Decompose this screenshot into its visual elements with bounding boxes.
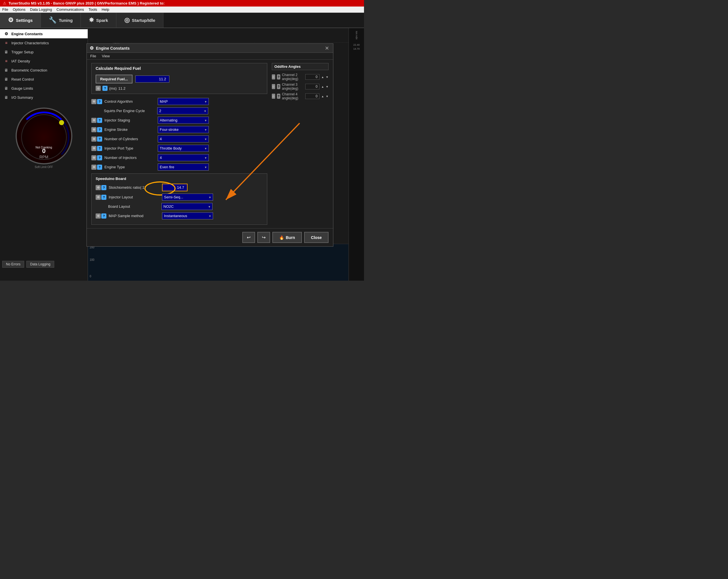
tab-tuning[interactable]: 🔧 Tuning [41,13,81,27]
sidebar-item-engine-constants[interactable]: ⚙ Engine Constants [0,29,88,38]
squirts-select-wrapper: 2 [157,107,208,115]
redo-button[interactable]: ↪ [257,232,270,243]
dialog-menu-view[interactable]: View [102,54,110,58]
engine-stroke-label: Engine Stroke [104,127,155,132]
menu-communications[interactable]: Communications [56,7,84,11]
ch2-settings-icon[interactable]: ⚙ [272,74,275,79]
speeduino-header: Speeduino Board [96,177,263,181]
stoich-help-icon[interactable]: ? [101,185,106,190]
sidebar-item-injector-char[interactable]: ≡ Injector Characteristics [0,38,88,47]
cylinders-help-icon[interactable]: ? [97,136,102,142]
ms-help-icon[interactable]: ? [102,86,107,91]
rpm-gauge: Not Cranking 0 RPM [16,107,72,164]
sidebar-item-trigger-setup[interactable]: 🖥 Trigger Setup [0,47,88,56]
num-injectors-select[interactable]: 4 [158,154,209,161]
port-type-settings-icon[interactable]: ⚙ [92,146,97,151]
port-type-help-icon[interactable]: ? [97,146,102,151]
cylinders-settings-icon[interactable]: ⚙ [92,136,97,142]
stroke-help-icon[interactable]: ? [97,127,102,132]
sidebar-item-gauge-limits[interactable]: 🖥 Gauge Limits [0,84,88,93]
ch4-spinner-down[interactable]: ▼ [326,95,329,98]
required-fuel-button[interactable]: Required Fuel... [96,75,132,83]
data-logging-button[interactable]: Data Logging [26,261,54,268]
staging-help-icon[interactable]: ? [97,118,102,123]
map-sample-select[interactable]: Instantaneous [162,212,213,219]
io-summary-icon: 🖥 [3,95,9,100]
engine-type-settings-icon[interactable]: ⚙ [92,165,97,170]
sidebar-item-barometric[interactable]: 🖥 Barometric Correction [0,66,88,75]
num-injectors-help-icon[interactable]: ? [97,155,102,160]
map-sample-select-wrapper: Instantaneous [162,212,213,219]
num-cylinders-select[interactable]: 4 [158,135,209,143]
inj-layout-help-icon[interactable]: ? [101,195,106,200]
burn-button[interactable]: 🔥 Burn [272,232,302,243]
num-injectors-settings-icon[interactable]: ⚙ [92,155,97,160]
required-fuel-row: Required Fuel... 11.2 [96,75,263,83]
injector-layout-select-wrapper: Semi-Seq... [162,194,213,201]
dialog-close-button[interactable]: ✕ [324,46,330,51]
engine-type-select[interactable]: Even fire [158,163,209,171]
spark-tab-label: Spark [96,18,108,23]
menu-tools[interactable]: Tools [88,7,97,11]
injector-staging-select[interactable]: Alternating [158,117,209,124]
ch3-input[interactable] [305,84,319,90]
io-summary-label: I/O Summary [11,95,33,100]
ms-settings-icon[interactable]: ⚙ [96,86,101,91]
ca-settings-icon[interactable]: ⚙ [92,99,97,104]
sidebar-item-iat-density[interactable]: ≡ IAT Density [0,56,88,66]
ch3-spinner-up[interactable]: ▲ [321,85,324,88]
map-sample-label: MAP Sample method [109,214,160,218]
stroke-settings-icon[interactable]: ⚙ [92,127,97,132]
ch3-settings-icon[interactable]: ⚙ [272,84,275,89]
close-button[interactable]: Close [304,232,329,243]
menu-file[interactable]: File [2,7,8,11]
menu-datalogging[interactable]: Data Logging [30,7,52,11]
oddfire-panel: Oddfire Angles ⚙ ? Channel 2 angle(deg) … [272,63,329,225]
tab-settings[interactable]: ⚙ Settings [0,13,41,27]
stoich-settings-icon[interactable]: ⚙ [96,185,101,190]
sidebar-item-reset-control[interactable]: 🖥 Reset Control [0,75,88,84]
inj-layout-settings-icon[interactable]: ⚙ [96,195,101,200]
form-row-engine-type: ⚙ ? Engine Type Even fire [92,163,267,171]
ch2-input[interactable] [305,74,319,80]
tab-startup-idle[interactable]: ◎ Startup/Idle [116,13,164,27]
ch4-help-icon[interactable]: ? [277,94,280,99]
undo-button[interactable]: ↩ [242,232,255,243]
map-sample-help-icon[interactable]: ? [101,213,106,219]
engine-stroke-select[interactable]: Four-stroke [158,126,209,133]
map-sample-settings-icon[interactable]: ⚙ [96,213,101,219]
ch4-settings-icon[interactable]: ⚙ [272,94,275,99]
sidebar-item-io-summary[interactable]: 🖥 I/O Summary [0,93,88,102]
dialog-left-panel: Calculate Required Fuel Required Fuel...… [92,63,267,225]
ch2-spinner-up[interactable]: ▲ [321,75,324,79]
board-layout-select[interactable]: NO2C [161,203,212,210]
staging-settings-icon[interactable]: ⚙ [92,118,97,123]
iat-density-icon: ≡ [3,59,9,63]
ca-help-icon[interactable]: ? [97,99,102,104]
dialog-menu-file[interactable]: File [90,54,96,58]
main-area: ⚙ Engine Constants ≡ Injector Characteri… [0,28,364,281]
status-area: No Errors Data Logging [0,259,88,269]
ch3-spinner-down[interactable]: ▼ [326,85,329,88]
ch3-help-icon[interactable]: ? [277,84,280,89]
ch2-help-icon[interactable]: ? [277,74,280,79]
menu-help[interactable]: Help [102,7,109,11]
engine-type-help-icon[interactable]: ? [97,165,102,170]
no-errors-button[interactable]: No Errors [2,261,24,268]
ch2-label: Channel 2 angle(deg) [282,73,304,81]
ch4-spinner-up[interactable]: ▲ [321,95,324,98]
squirts-select[interactable]: 2 [157,107,208,115]
ch4-input[interactable] [305,93,319,99]
injector-layout-select[interactable]: Semi-Seq... [162,194,213,201]
stoich-label: Stoichiometric ratio(:1) [109,185,160,190]
tab-spark[interactable]: ✸ Spark [81,13,116,27]
stoich-icons: ⚙ ? [96,185,106,190]
menu-options[interactable]: Options [13,7,26,11]
form-row-squirts: Squirts Per Engine Cycle 2 [92,107,267,115]
stoich-ratio-input[interactable] [162,184,187,191]
control-algorithm-select[interactable]: MAP [158,98,209,105]
engine-constants-icon: ⚙ [3,31,9,36]
injector-port-type-select[interactable]: Throttle Body [158,145,209,152]
ch2-spinner-down[interactable]: ▼ [326,75,329,79]
toolbar: ⚙ Settings 🔧 Tuning ✸ Spark ◎ Startup/Id… [0,13,364,28]
